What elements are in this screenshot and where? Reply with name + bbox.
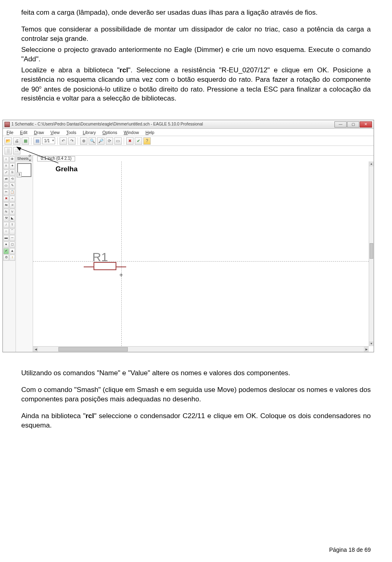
editor-body: i👁 ≡✦ ⤢⎘ ⇄⟲ ▭✎ ✂📋 ✖+ ⇆⤭ NV ⚒◣ /T ○⌒ ▬─ ●…	[3, 156, 374, 352]
minimize-button[interactable]: —	[334, 121, 347, 128]
annotation-label: Grelha	[56, 165, 78, 174]
page-number: Página 18 de 69	[329, 546, 371, 554]
label-tool[interactable]: ◻	[9, 242, 15, 248]
paragraph: Localize e abra a biblioteca "rcl". Sele…	[21, 66, 371, 103]
gateswap-tool[interactable]: ⤭	[9, 202, 15, 208]
group-tool[interactable]: ▭	[3, 183, 9, 189]
dim-tool[interactable]: !	[9, 255, 15, 261]
delete-tool[interactable]: ✖	[3, 196, 9, 202]
crosshair-horizontal	[33, 261, 369, 262]
bus-tool[interactable]: ▬	[3, 235, 9, 241]
help-icon[interactable]: ?	[143, 137, 151, 145]
show-tool[interactable]: 👁	[9, 157, 15, 163]
menu-edit[interactable]: Edit	[18, 129, 29, 136]
copy-tool[interactable]: ⎘	[9, 170, 15, 176]
split-tool[interactable]: /	[3, 222, 9, 228]
sheet-number: 1	[17, 172, 22, 177]
junction-tool[interactable]: ●	[3, 242, 9, 248]
menu-window[interactable]: Window	[122, 129, 141, 136]
paragraph: Com o comando "Smash" (clique em Smash e…	[21, 385, 371, 404]
smash-tool[interactable]: ⚒	[3, 215, 9, 222]
zoom-in-icon[interactable]: 🔍	[89, 137, 96, 145]
miter-tool[interactable]: ◣	[9, 215, 15, 222]
go-icon[interactable]: ✔	[135, 137, 142, 145]
horizontal-scrollbar[interactable]: ◀ ▶	[33, 346, 369, 352]
erc-tool[interactable]: ✔	[3, 248, 9, 254]
pinswap-tool[interactable]: ⇆	[3, 202, 9, 208]
maximize-button[interactable]: ▢	[347, 121, 359, 128]
print-icon[interactable]: 🖨	[13, 137, 20, 145]
menu-view[interactable]: View	[49, 129, 62, 136]
move-tool[interactable]: ⤢	[3, 170, 9, 176]
mark-tool[interactable]: ✦	[9, 163, 15, 169]
menubar: File Edit Draw View Tools Library Option…	[3, 129, 374, 136]
screenshot-figure: 1 Schematic - C:\Users\Pedro Dantas\Docu…	[2, 120, 390, 352]
resistor-symbol	[94, 262, 116, 270]
sheets-panel: Sheets ⟳ ✕ 1	[16, 156, 33, 352]
crosshair-vertical	[121, 161, 122, 346]
zoom-combo[interactable]: 1/1	[42, 137, 55, 144]
wire-tool[interactable]: ○	[3, 228, 9, 235]
name-tool[interactable]: N	[3, 209, 9, 215]
zoom-redraw-icon[interactable]: ⟳	[106, 137, 113, 145]
window-title: 1 Schematic - C:\Users\Pedro Dantas\Docu…	[11, 121, 203, 127]
menu-file[interactable]: File	[4, 129, 16, 136]
menu-help[interactable]: Help	[143, 129, 156, 136]
rotate-tool[interactable]: ⟲	[9, 176, 15, 182]
coord-display: 0.1 inch (0.4 2.1)	[37, 156, 75, 161]
menu-tools[interactable]: Tools	[64, 129, 78, 136]
schematic-canvas[interactable]: R1 +	[33, 161, 369, 346]
zoom-out-icon[interactable]: 🔎	[97, 137, 105, 145]
sheets-title: Sheets	[17, 156, 29, 161]
board-icon[interactable]: ▦	[22, 137, 29, 145]
mirror-tool[interactable]: ⇄	[3, 176, 9, 182]
tool-palette: i👁 ≡✦ ⤢⎘ ⇄⟲ ▭✎ ✂📋 ✖+ ⇆⤭ NV ⚒◣ /T ○⌒ ▬─ ●…	[3, 156, 16, 352]
grid-dots-icon[interactable]: ∷	[13, 147, 20, 154]
vertical-scrollbar[interactable]: ▲ ▼	[369, 161, 374, 346]
zoom-fit-icon[interactable]: ⊕	[80, 137, 87, 145]
attr-tool[interactable]: ⚙	[3, 255, 9, 261]
paragraph: Seleccione o projecto gravado anteriorme…	[21, 45, 371, 64]
cut-tool[interactable]: ✂	[3, 189, 9, 195]
paragraph: Temos que considerar a possibilidade de …	[21, 25, 371, 44]
paragraph: Utilizando os comandos "Name" e "Value" …	[21, 369, 371, 378]
zoom-select-icon[interactable]: ▭	[114, 137, 122, 145]
sheets-controls[interactable]: ⟳ ✕	[29, 154, 31, 163]
canvas-area[interactable]: 0.1 inch (0.4 2.1) R1 + ▲	[33, 156, 374, 352]
paste-tool[interactable]: 📋	[9, 189, 15, 195]
layers-tool[interactable]: ≡	[3, 163, 9, 169]
menu-draw[interactable]: Draw	[32, 129, 46, 136]
invoke-tool[interactable]: T	[9, 222, 15, 228]
eagle-window: 1 Schematic - C:\Users\Pedro Dantas\Docu…	[2, 120, 374, 352]
paragraph: Ainda na biblioteca "rcl" seleccione o c…	[21, 412, 371, 430]
redo-icon[interactable]: ↷	[68, 137, 76, 145]
menu-library[interactable]: Library	[81, 129, 98, 136]
toolbar-grid: ░ ∷	[3, 146, 374, 156]
value-tool[interactable]: V	[9, 209, 15, 215]
add-tool[interactable]: +	[9, 196, 15, 202]
change-tool[interactable]: ✎	[9, 183, 15, 189]
undo-icon[interactable]: ↶	[60, 137, 67, 145]
menu-options[interactable]: Options	[100, 129, 119, 136]
info-tool[interactable]: i	[3, 157, 9, 163]
toolbar-main: 📂 🖨 ▦ ▤ 1/1 ↶ ↷ ⊕ 🔍 🔎 ⟳ ▭ ✖ ✔ ?	[3, 136, 374, 146]
errors-tool[interactable]: ▲	[9, 248, 15, 254]
open-icon[interactable]: 📂	[4, 137, 12, 145]
cursor-crosshair-icon: +	[119, 271, 123, 280]
text-tool[interactable]: ⌒	[9, 228, 15, 235]
cancel-icon[interactable]: ✖	[126, 137, 134, 145]
sheet-icon[interactable]: ▤	[33, 137, 41, 145]
paragraph: feita com a carga (lâmpada), onde deverã…	[21, 8, 371, 18]
app-icon	[4, 122, 10, 127]
sheet-thumbnail[interactable]: 1	[17, 163, 31, 177]
net-tool[interactable]: ─	[9, 235, 15, 241]
window-titlebar: 1 Schematic - C:\Users\Pedro Dantas\Docu…	[3, 120, 374, 129]
grid-icon[interactable]: ░	[4, 147, 12, 154]
close-button[interactable]: ✕	[360, 121, 372, 128]
